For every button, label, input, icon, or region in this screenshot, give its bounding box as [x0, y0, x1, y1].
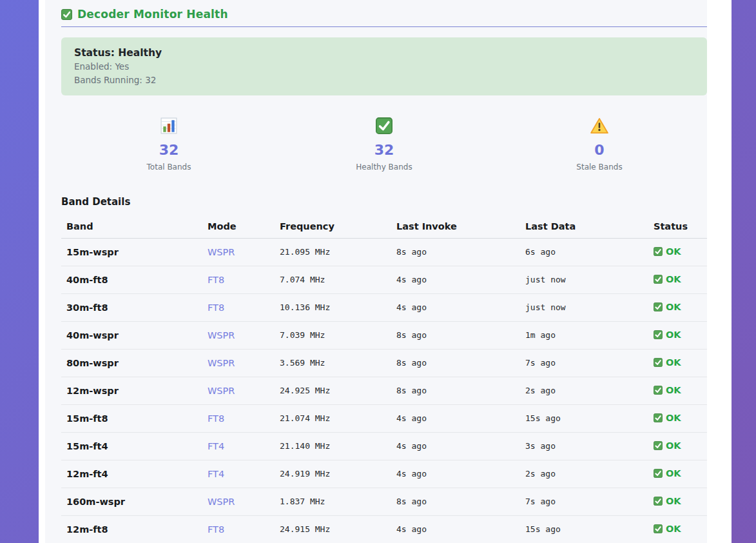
check-icon [376, 117, 393, 134]
stat-total-bands-value: 32 [61, 141, 276, 160]
table-row: 15m-wspr WSPR 21.095 MHz 8s ago 6s ago O… [61, 239, 707, 266]
status-enabled-line: Enabled: Yes [74, 60, 694, 74]
band-cell: 40m-ft8 [61, 266, 202, 294]
status-ok-label: OK [666, 246, 681, 257]
mode-link[interactable]: FT8 [208, 302, 224, 313]
column-header-band: Band [61, 215, 202, 239]
stat-stale-bands-label: Stale Bands [492, 163, 707, 172]
status-cell: OK [648, 377, 707, 405]
table-row: 12m-ft4 FT4 24.919 MHz 4s ago 2s ago OK [61, 460, 707, 488]
stat-total-bands: 32 Total Bands [61, 117, 276, 172]
main-card: Decoder Monitor Health Status: Healthy E… [39, 0, 732, 543]
last-invoke-cell: 4s ago [391, 460, 520, 488]
last-invoke-cell: 4s ago [391, 405, 520, 433]
frequency-cell: 24.925 MHz [275, 377, 391, 405]
frequency-cell: 7.074 MHz [275, 266, 391, 294]
table-row: 160m-wspr WSPR 1.837 MHz 8s ago 7s ago O… [61, 488, 707, 516]
check-icon [654, 413, 663, 422]
warning-icon [590, 117, 608, 134]
check-icon [654, 497, 663, 506]
band-cell: 15m-wspr [61, 239, 202, 266]
band-cell: 40m-wspr [61, 322, 202, 350]
status-cell: OK [648, 460, 707, 488]
status-cell: OK [648, 433, 707, 460]
table-row: 40m-wspr WSPR 7.039 MHz 8s ago 1m ago OK [61, 322, 707, 350]
mode-link[interactable]: FT8 [208, 413, 224, 424]
status-cell: OK [648, 294, 707, 322]
stat-healthy-bands: 32 Healthy Bands [276, 117, 492, 172]
mode-link[interactable]: WSPR [208, 330, 235, 341]
stat-stale-bands: 0 Stale Bands [492, 117, 707, 172]
column-header-frequency: Frequency [275, 215, 391, 239]
content-area: Decoder Monitor Health Status: Healthy E… [45, 0, 707, 543]
last-invoke-cell: 4s ago [391, 516, 520, 543]
mode-link[interactable]: FT4 [208, 441, 224, 451]
status-card: Status: Healthy Enabled: Yes Bands Runni… [61, 37, 707, 95]
frequency-cell: 21.074 MHz [275, 405, 391, 433]
status-ok-label: OK [666, 440, 681, 451]
status-ok-label: OK [666, 329, 681, 341]
table-row: 15m-ft8 FT8 21.074 MHz 4s ago 15s ago OK [61, 405, 707, 433]
band-cell: 12m-ft8 [61, 516, 202, 543]
status-ok-label: OK [666, 357, 681, 368]
last-invoke-cell: 4s ago [391, 266, 520, 294]
status-bands-running-line: Bands Running: 32 [74, 74, 694, 87]
check-icon [654, 441, 663, 450]
table-row: 80m-wspr WSPR 3.569 MHz 8s ago 7s ago OK [61, 350, 707, 377]
mode-link[interactable]: WSPR [208, 358, 235, 368]
frequency-cell: 7.039 MHz [275, 322, 391, 350]
column-header-last-invoke: Last Invoke [391, 215, 520, 239]
mode-link[interactable]: WSPR [208, 497, 235, 507]
last-invoke-cell: 8s ago [391, 350, 520, 377]
band-table: Band Mode Frequency Last Invoke Last Dat… [61, 215, 707, 543]
frequency-cell: 1.837 MHz [275, 488, 391, 516]
band-cell: 160m-wspr [61, 488, 202, 516]
status-ok-label: OK [666, 495, 681, 507]
page-background: { "header": { "icon": "check-badge-icon"… [0, 0, 756, 543]
check-icon [654, 302, 663, 311]
status-cell: OK [648, 350, 707, 377]
page-header: Decoder Monitor Health [61, 8, 707, 27]
mode-link[interactable]: WSPR [208, 247, 235, 257]
column-header-status: Status [648, 215, 707, 239]
status-ok-label: OK [666, 273, 681, 285]
last-invoke-cell: 8s ago [391, 488, 520, 516]
last-data-cell: 6s ago [520, 239, 648, 266]
stat-healthy-bands-value: 32 [276, 141, 492, 160]
status-ok-label: OK [666, 468, 681, 479]
last-invoke-cell: 4s ago [391, 433, 520, 460]
last-data-cell: just now [520, 266, 648, 294]
check-icon [654, 386, 663, 395]
frequency-cell: 21.095 MHz [275, 239, 391, 266]
table-row: 12m-ft8 FT8 24.915 MHz 4s ago 15s ago OK [61, 516, 707, 543]
last-data-cell: 3s ago [520, 433, 648, 460]
mode-link[interactable]: FT8 [208, 275, 224, 285]
stat-stale-bands-value: 0 [492, 141, 707, 160]
last-data-cell: 7s ago [520, 350, 648, 377]
band-details-heading: Band Details [61, 195, 707, 208]
table-row: 30m-ft8 FT8 10.136 MHz 4s ago just now O… [61, 294, 707, 322]
check-icon [654, 524, 663, 533]
table-header-row: Band Mode Frequency Last Invoke Last Dat… [61, 215, 707, 239]
band-cell: 12m-wspr [61, 377, 202, 405]
last-invoke-cell: 8s ago [391, 322, 520, 350]
check-icon [654, 275, 663, 284]
table-row: 15m-ft4 FT4 21.140 MHz 4s ago 3s ago OK [61, 433, 707, 460]
last-invoke-cell: 8s ago [391, 377, 520, 405]
last-invoke-cell: 8s ago [391, 239, 520, 266]
frequency-cell: 21.140 MHz [275, 433, 391, 460]
frequency-cell: 24.919 MHz [275, 460, 391, 488]
mode-link[interactable]: FT8 [208, 524, 224, 535]
stat-total-bands-label: Total Bands [61, 163, 276, 172]
status-ok-label: OK [666, 384, 681, 396]
status-cell: OK [648, 266, 707, 294]
bar-chart-icon [160, 117, 177, 134]
mode-link[interactable]: WSPR [208, 386, 235, 396]
band-cell: 12m-ft4 [61, 460, 202, 488]
mode-link[interactable]: FT4 [208, 469, 224, 479]
check-icon [654, 358, 663, 367]
frequency-cell: 3.569 MHz [275, 350, 391, 377]
last-data-cell: 1m ago [520, 322, 648, 350]
last-data-cell: 15s ago [520, 405, 648, 433]
check-badge-icon [61, 9, 72, 20]
